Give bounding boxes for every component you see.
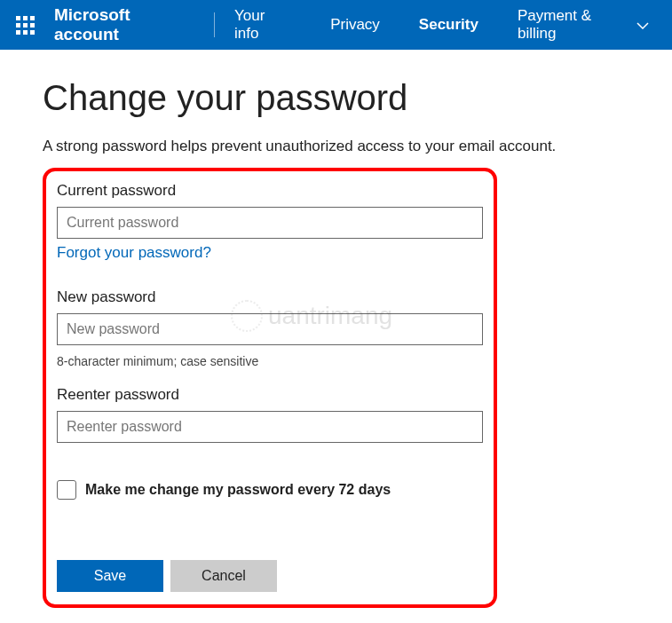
force-change-row: Make me change my password every 72 days bbox=[57, 480, 483, 500]
forgot-password-link[interactable]: Forgot your password? bbox=[57, 244, 211, 262]
cancel-button[interactable]: Cancel bbox=[170, 560, 277, 592]
nav-payment-billing[interactable]: Payment & billing bbox=[498, 7, 668, 43]
nav-payment-label: Payment & billing bbox=[518, 7, 629, 43]
reenter-password-label: Reenter password bbox=[57, 386, 483, 404]
button-row: Save Cancel bbox=[57, 560, 483, 592]
new-password-group: New password 8-character minimum; case s… bbox=[57, 288, 483, 368]
current-password-label: Current password bbox=[57, 182, 483, 200]
chevron-down-icon bbox=[636, 16, 649, 34]
reenter-password-group: Reenter password bbox=[57, 386, 483, 448]
page-subtitle: A strong password helps prevent unauthor… bbox=[43, 138, 629, 155]
force-change-checkbox[interactable] bbox=[57, 480, 76, 500]
save-button[interactable]: Save bbox=[57, 560, 163, 592]
force-change-label: Make me change my password every 72 days bbox=[85, 482, 391, 498]
reenter-password-input[interactable] bbox=[57, 411, 483, 443]
nav-your-info[interactable]: Your info bbox=[215, 7, 311, 43]
password-form-outline: Current password Forgot your password? N… bbox=[43, 168, 497, 608]
new-password-label: New password bbox=[57, 288, 483, 306]
password-hint: 8-character minimum; case sensitive bbox=[57, 354, 483, 368]
current-password-group: Current password Forgot your password? bbox=[57, 182, 483, 278]
top-header: Microsoft account Your info Privacy Secu… bbox=[0, 0, 672, 50]
apps-launcher-icon[interactable] bbox=[4, 16, 47, 35]
page-content: Change your password A strong password h… bbox=[0, 50, 672, 623]
page-title: Change your password bbox=[43, 78, 629, 118]
brand-title[interactable]: Microsoft account bbox=[47, 5, 214, 44]
nav-privacy[interactable]: Privacy bbox=[311, 16, 399, 34]
new-password-input[interactable] bbox=[57, 313, 483, 345]
nav-security[interactable]: Security bbox=[399, 16, 498, 34]
current-password-input[interactable] bbox=[57, 207, 483, 239]
